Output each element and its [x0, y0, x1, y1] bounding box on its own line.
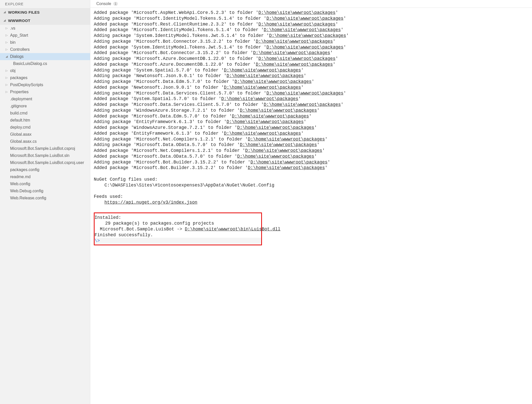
path-link[interactable]: D:\home\site\wwwroot\packages — [232, 114, 309, 119]
tree-item[interactable]: ▷readme.md — [0, 173, 90, 180]
caret-right-icon: ▷ — [6, 27, 9, 30]
tree-item[interactable]: ▷Controllers — [0, 46, 90, 53]
tree-item-label: deploy.cmd — [10, 125, 31, 130]
tab-console[interactable]: Console — [96, 2, 111, 6]
console-line: Microsoft.Bot.Sample.LuisBot -> D:\home\… — [95, 226, 261, 232]
path-link[interactable]: D:\home\site\wwwroot\packages — [256, 39, 333, 44]
tree-item[interactable]: ▷Web.config — [0, 180, 90, 187]
tree-item-label: Web.Debug.config — [10, 189, 43, 193]
console-line: Added package 'Microsoft.Net.Compilers.1… — [94, 148, 528, 154]
tree-item[interactable]: ▷.deployment — [0, 96, 90, 103]
console-prompt[interactable]: \> — [95, 238, 100, 243]
path-link[interactable]: D:\home\site\wwwroot\packages — [258, 22, 336, 27]
tree-item[interactable]: ▷App_Start — [0, 32, 90, 39]
path-link[interactable]: D:\home\site\wwwroot\packages — [267, 16, 344, 21]
path-link[interactable]: D:\home\site\wwwroot\packages — [227, 73, 304, 78]
path-link[interactable]: D:\home\site\wwwroot\packages — [245, 148, 322, 153]
console-line: Added package 'System.IdentityModel.Toke… — [94, 44, 528, 50]
caret-right-icon: ▷ — [6, 34, 9, 37]
console-line: Adding package 'Microsoft.Azure.Document… — [94, 56, 528, 62]
tree-item[interactable]: ▷Microsoft.Bot.Sample.LuisBot.csproj — [0, 145, 90, 152]
tree-item[interactable]: ▷packages.config — [0, 166, 90, 173]
tree-item-label: App_Start — [10, 33, 28, 38]
console-line: Added package 'EntityFramework.6.1.3' to… — [94, 131, 528, 136]
tree-item[interactable]: ▷deploy.cmd — [0, 124, 90, 131]
console-line: Added package 'Microsoft.Rest.ClientRunt… — [94, 21, 528, 27]
tree-item-label: obj — [10, 68, 15, 73]
console-line: Added package 'Newtonsoft.Json.9.0.1' to… — [94, 85, 528, 90]
path-link[interactable]: D:\home\site\wwwroot\packages — [235, 79, 312, 84]
path-link[interactable]: D:\home\site\wwwroot\packages — [248, 165, 325, 170]
tree-item[interactable]: ▷build.cmd — [0, 110, 90, 117]
path-link[interactable]: D:\home\site\wwwroot\packages — [267, 45, 344, 50]
path-link[interactable]: D:\home\site\wwwroot\packages — [227, 119, 304, 124]
path-link[interactable]: D:\home\site\wwwroot\packages — [240, 108, 317, 113]
console-line: Added package 'Microsoft.AspNet.WebApi.C… — [94, 10, 528, 16]
path-link[interactable]: D:\home\site\wwwroot\packages — [224, 68, 301, 73]
tree-item[interactable]: ▷Microsoft.Bot.Sample.LuisBot.csproj.use… — [0, 159, 90, 166]
console-line: Added package 'Microsoft.Azure.DocumentD… — [94, 62, 528, 67]
tree-item[interactable]: ▷default.htm — [0, 117, 90, 124]
main-panel: Console 1 Added package 'Microsoft.AspNe… — [90, 0, 532, 404]
console-line: Added package 'Microsoft.Data.Edm.5.7.0'… — [94, 113, 528, 119]
tree-item[interactable]: ▷PostDeployScripts — [0, 81, 90, 88]
path-link[interactable]: D:\home\site\wwwroot\packages — [264, 102, 341, 107]
path-link[interactable]: D:\home\site\wwwroot\packages — [264, 27, 341, 32]
console-line: \> — [95, 238, 261, 244]
feed-link[interactable]: https://api.nuget.org/v3/index.json — [104, 200, 197, 205]
tree-item-label: Web.config — [10, 182, 30, 186]
console-line: Adding package 'Microsoft.Data.OData.5.7… — [94, 142, 528, 148]
console-line: Adding package 'System.Spatial.5.7.0' to… — [94, 67, 528, 73]
tree-item-label: Microsoft.Bot.Sample.LuisBot.csproj.user — [10, 160, 84, 165]
working-files-header[interactable]: ◢ WORKING FILES — [0, 8, 90, 16]
tree-item[interactable]: ▷Global.asax.cs — [0, 138, 90, 145]
path-link[interactable]: D:\home\site\wwwroot\packages — [224, 85, 301, 90]
tree-item[interactable]: ▷Web.Debug.config — [0, 187, 90, 195]
path-link[interactable]: D:\home\site\wwwroot\packages — [256, 62, 333, 67]
path-link[interactable]: D:\home\site\wwwroot\packages — [253, 50, 330, 55]
path-link[interactable]: D:\home\site\wwwroot\packages — [224, 131, 301, 136]
path-link[interactable]: D:\home\site\wwwroot\bin\LuisBot.dll — [185, 227, 280, 232]
path-link[interactable]: D:\home\site\wwwroot\packages — [221, 96, 298, 101]
tree-item[interactable]: ▷.vs — [0, 25, 90, 32]
tree-item-label: Properties — [10, 90, 29, 94]
console-line: Adding package 'Microsoft.Data.Services.… — [94, 90, 528, 96]
console-line: Added package 'Microsoft.Bot.Connector.3… — [94, 50, 528, 56]
wwwroot-header[interactable]: ◢ WWWROOT — [0, 16, 90, 25]
tree-item[interactable]: ▷packages — [0, 74, 90, 81]
caret-right-icon: ▷ — [6, 76, 9, 79]
console-line: Added package 'Microsoft.Data.OData.5.7.… — [94, 154, 528, 159]
tree-item[interactable]: ▷obj — [0, 67, 90, 74]
console-line: C:\DWASFiles\Sites\#1contosoexpenses3\Ap… — [94, 182, 528, 188]
tree-item[interactable]: BasicLuisDialog.cs — [0, 60, 90, 67]
path-link[interactable]: D:\home\site\wwwroot\packages — [267, 91, 344, 96]
console-line: https://api.nuget.org/v3/index.json — [94, 200, 528, 205]
console-line: Added package 'Microsoft.Data.Services.C… — [94, 102, 528, 108]
tree-item-label: Web.Release.config — [10, 196, 46, 200]
sidebar: EXPLORE ◢ WORKING FILES ◢ WWWROOT ▷.vs▷A… — [0, 0, 90, 404]
path-link[interactable]: D:\home\site\wwwroot\packages — [248, 137, 325, 142]
tree-item[interactable]: ▷Microsoft.Bot.Sample.LuisBot.sln — [0, 152, 90, 159]
path-link[interactable]: D:\home\site\wwwroot\packages — [258, 56, 336, 61]
console-output[interactable]: Added package 'Microsoft.AspNet.WebApi.C… — [90, 8, 532, 404]
tree-item-label: Global.asax — [10, 132, 32, 137]
path-link[interactable]: D:\home\site\wwwroot\packages — [251, 160, 328, 165]
console-line: Adding package 'Newtonsoft.Json.9.0.1' t… — [94, 73, 528, 79]
tree-item[interactable]: ▷Properties — [0, 88, 90, 96]
tree-item[interactable]: ▷.gitignore — [0, 103, 90, 110]
tree-item-label: Dialogs — [10, 54, 24, 59]
console-line: Adding package 'EntityFramework.6.1.3' t… — [94, 119, 528, 125]
path-link[interactable]: D:\home\site\wwwroot\packages — [269, 33, 346, 38]
path-link[interactable]: D:\home\site\wwwroot\packages — [237, 125, 314, 130]
tree-item[interactable]: ▷Web.Release.config — [0, 195, 90, 202]
tree-item[interactable]: ▷Global.asax — [0, 131, 90, 138]
tree-item[interactable]: ▷bin — [0, 39, 90, 46]
tree-item[interactable]: ◢Dialogs — [0, 53, 90, 60]
working-files-label: WORKING FILES — [8, 10, 40, 14]
tree-item-label: readme.md — [10, 175, 31, 179]
path-link[interactable]: D:\home\site\wwwroot\packages — [258, 10, 336, 15]
tree-item-label: Controllers — [10, 47, 30, 52]
path-link[interactable]: D:\home\site\wwwroot\packages — [237, 154, 314, 159]
console-line: Added package 'Microsoft.Bot.Builder.3.1… — [94, 165, 528, 171]
path-link[interactable]: D:\home\site\wwwroot\packages — [240, 142, 317, 147]
